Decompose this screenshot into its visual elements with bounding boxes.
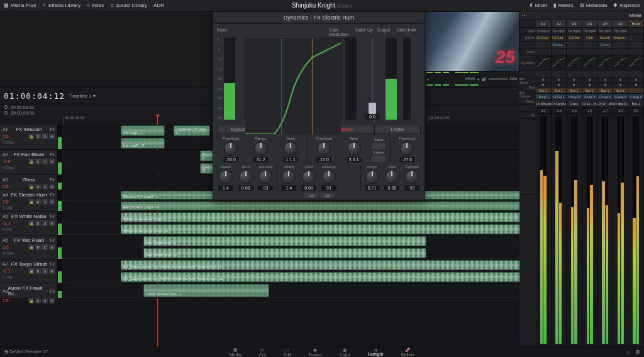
mixer-insert[interactable]: [613, 48, 628, 55]
mixer-input[interactable]: No Input: [567, 28, 582, 35]
mixer-group[interactable]: Group 4: [582, 94, 597, 100]
mixer-channel-header[interactable]: A5: [597, 20, 613, 28]
mixer-bus-send[interactable]: [597, 77, 613, 82]
mixer-bus-send[interactable]: [613, 77, 628, 82]
track-mute-button[interactable]: M: [49, 220, 55, 226]
track-arm-button[interactable]: R: [35, 268, 41, 274]
mixer-fader[interactable]: [536, 114, 551, 346]
audio-clip[interactable]: Iron.mp3 - L: [121, 125, 165, 136]
timeline-select[interactable]: Timeline 1 ▾: [69, 93, 96, 99]
mixer-channel-header[interactable]: A4: [582, 20, 597, 28]
track-lock-button[interactable]: 🔒: [28, 133, 34, 139]
mixer-db-value[interactable]: -3.9: [552, 108, 567, 114]
mixer-bus-output[interactable]: Bus 1: [613, 88, 628, 94]
knob-range[interactable]: Range31.2: [247, 137, 275, 162]
knob-attack[interactable]: Attack1.4: [280, 165, 297, 191]
track-solo-button[interactable]: S: [42, 220, 48, 226]
knob-hold[interactable]: Hold0.00: [300, 165, 318, 191]
page-tab-fairlight[interactable]: ♫Fairlight: [368, 348, 384, 356]
mixer-group[interactable]: Group 8: [628, 94, 643, 100]
track-solo-button[interactable]: S: [42, 298, 48, 303]
out-timecode[interactable]: ⦿ 00:00:00:00: [4, 111, 34, 116]
mixer-db-value[interactable]: 0.0: [536, 108, 551, 114]
track-arm-button[interactable]: R: [35, 220, 41, 226]
audio-clip[interactable]: Iron.mp3 - R: [121, 138, 165, 149]
track-lock-button[interactable]: 🔒: [28, 199, 34, 205]
mixer-input[interactable]: No Input: [536, 28, 551, 35]
track-mute-button[interactable]: M: [49, 159, 55, 164]
track-arm-button[interactable]: R: [35, 199, 41, 205]
track-mute-button[interactable]: M: [49, 298, 55, 303]
page-tab-media[interactable]: ▦Media: [230, 348, 242, 357]
mixer-fx-slot[interactable]: [628, 42, 643, 48]
menu-adr[interactable]: ADR: [153, 3, 164, 8]
mixer-fx-slot[interactable]: Multiba...: [552, 42, 567, 48]
mixer-bus-output[interactable]: Bus 1: [567, 88, 582, 94]
mixer-dynamics-graph[interactable]: [536, 55, 551, 71]
track-arm-button[interactable]: R: [35, 159, 41, 164]
menu-index[interactable]: ≡ Index: [87, 3, 104, 8]
knob-release[interactable]: Release93: [257, 165, 275, 191]
page-tab-edit[interactable]: ▭Edit: [284, 348, 291, 357]
track-solo-button[interactable]: S: [42, 133, 48, 139]
track-solo-button[interactable]: S: [42, 199, 48, 205]
track-arm-button[interactable]: R: [35, 184, 41, 190]
knob-hold[interactable]: Hold0.00: [237, 165, 255, 191]
menu-media-pool[interactable]: ▦ Media Pool: [4, 3, 36, 8]
mixer-eq[interactable]: [536, 71, 551, 77]
audio-clip[interactable]: Electric Hum.mp3 - R: [121, 201, 519, 210]
track-arm-button[interactable]: R: [35, 244, 41, 250]
track-mute-button[interactable]: M: [49, 199, 55, 205]
mixer-group[interactable]: Group 3: [567, 94, 582, 100]
track-mute-button[interactable]: M: [49, 184, 55, 190]
page-tab-cut[interactable]: ✂Cut: [259, 348, 266, 357]
mixer-db-value[interactable]: 2.0: [613, 108, 628, 114]
menu-sound-library[interactable]: ♫ Sound Library: [110, 3, 147, 8]
mixer-pan[interactable]: [536, 82, 551, 88]
main-timecode[interactable]: 01:00:04:12: [4, 91, 65, 101]
mixer-channel-header[interactable]: Bus1: [628, 20, 643, 28]
dyn-footer-minus[interactable]: –30: [304, 193, 318, 198]
mixer-insert[interactable]: [582, 48, 597, 55]
audio-clip[interactable]: Wet Traffic.wav - R: [143, 248, 426, 258]
mixer-insert[interactable]: [567, 48, 582, 55]
mixer-dynamics-graph[interactable]: [613, 55, 628, 71]
track-mute-button[interactable]: M: [49, 268, 55, 274]
track-lane[interactable]: Wet Traffic.wav - LWet Traffic.wav - R: [58, 235, 519, 259]
track-arm-button[interactable]: R: [35, 298, 41, 303]
mixer-fx-slot[interactable]: AUGrap...: [552, 35, 567, 42]
mixer-fx-slot[interactable]: [567, 42, 582, 48]
audio-clip[interactable]: White Noise Road.mp3 - L: [121, 212, 519, 222]
mixer-db-value[interactable]: 0.0: [567, 108, 582, 114]
track-header[interactable]: A5FX White NoiseFx -1.7🔒RSM 1 Clip: [0, 212, 58, 235]
track-solo-button[interactable]: S: [42, 159, 48, 164]
mixer-pan[interactable]: [582, 82, 597, 88]
mixer-dynamics-graph[interactable]: [582, 55, 597, 71]
track-lock-button[interactable]: 🔒: [28, 159, 34, 164]
menu-effects-library[interactable]: ✧ Effects Library: [42, 3, 80, 8]
menu-inspector[interactable]: ✱ Inspector: [613, 3, 640, 8]
audio-clip[interactable]: Wet Traffic.wav - L: [143, 236, 426, 246]
mixer-pan[interactable]: [552, 82, 567, 88]
monitor-main-select[interactable]: MAIN: [465, 77, 475, 81]
mixer-fader[interactable]: [582, 114, 597, 346]
mixer-fx-slot[interactable]: [628, 35, 643, 42]
track-lane[interactable]: Hawk Scream.wav - L: [58, 283, 519, 298]
mixer-fx-slot[interactable]: AUGrap...: [536, 35, 551, 42]
mixer-channel-header[interactable]: A2: [552, 20, 567, 28]
audio-clip[interactable]: Hawk Scream.wav - L: [143, 284, 269, 297]
menu-mixer[interactable]: ⬍ Mixer: [529, 3, 548, 8]
mixer-fx-slot[interactable]: Chorus: [597, 42, 613, 48]
mixer-bus-output[interactable]: Bus 1: [536, 88, 551, 94]
track-header[interactable]: A1FX WhooshFx 0.0🔒RSM 7 Clips: [0, 125, 58, 149]
mixer-fx-slot[interactable]: Frequen...: [613, 35, 628, 42]
track-header[interactable]: A7FX Tokyo StreetFx -0.7🔒RSM 1 Clip: [0, 259, 58, 283]
track-header[interactable]: A2FX Fan BladeFx -3.9🔒RSM 4 Clips: [0, 150, 58, 174]
mixer-bus-send[interactable]: [628, 77, 643, 82]
mixer-eq[interactable]: [582, 71, 597, 77]
audio-clip[interactable]: FX_Tokyo Japan City Traffic Ambience Wit…: [121, 260, 519, 270]
mixer-db-value[interactable]: -1.7: [597, 108, 613, 114]
mixer-dynamics-graph[interactable]: [552, 55, 567, 71]
mixer-channel-header[interactable]: A1: [536, 20, 551, 28]
mixer-channel-header[interactable]: A6: [613, 20, 628, 28]
